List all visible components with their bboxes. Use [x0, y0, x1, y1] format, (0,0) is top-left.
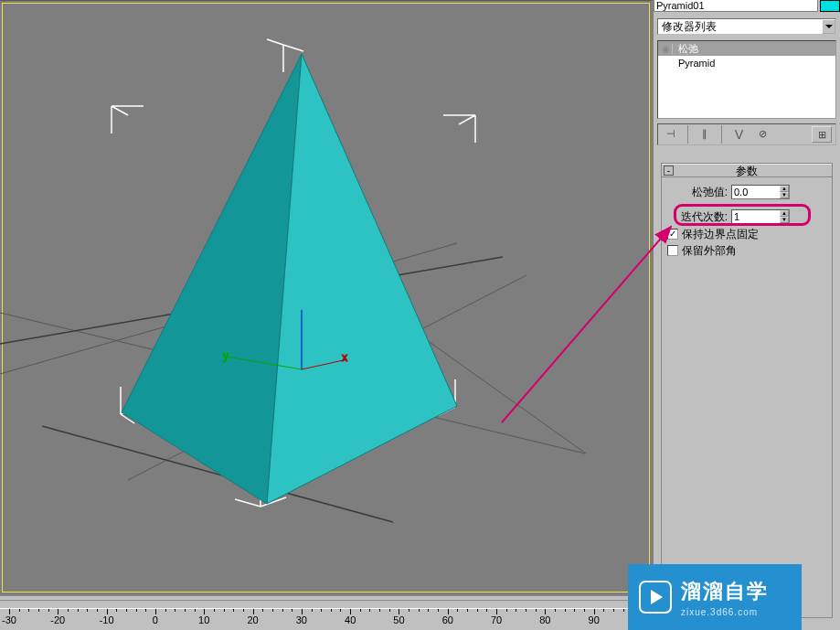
save-outer-row[interactable]: 保留外部角	[662, 242, 832, 259]
object-color-swatch[interactable]	[820, 0, 840, 12]
ruler-tick-label: 0	[153, 614, 158, 625]
iterations-spinner[interactable]: ▲ ▼	[731, 209, 790, 224]
bulb-icon: ◉	[660, 44, 673, 54]
parameters-rollout: - 参数 松弛值: ▲ ▼ 迭代次数: ▲ ▼	[661, 163, 833, 618]
svg-text:y: y	[223, 349, 229, 362]
make-unique-icon[interactable]: ⋁	[729, 126, 748, 143]
ruler-tick-label: 30	[296, 614, 307, 625]
ruler-tick-label: -20	[50, 614, 65, 625]
chevron-down-icon[interactable]	[822, 19, 835, 34]
ruler-tick-label: 90	[589, 614, 600, 625]
modifier-list-dropdown[interactable]: 修改器列表	[657, 18, 836, 35]
relax-value-label: 松弛值:	[667, 185, 731, 200]
stack-item-pyramid[interactable]: Pyramid	[658, 56, 835, 70]
ruler-tick-label: 60	[442, 614, 453, 625]
minus-icon[interactable]: -	[664, 166, 674, 176]
relax-value-input[interactable]	[732, 186, 780, 198]
ruler-tick-label: -30	[2, 614, 16, 625]
spinner-up-icon[interactable]: ▲	[780, 186, 789, 192]
play-icon	[639, 581, 672, 614]
ruler-tick-label: -10	[100, 614, 114, 625]
pin-stack-icon[interactable]: ⊣	[662, 126, 680, 143]
ruler-tick-label: 10	[198, 614, 209, 625]
modifier-stack[interactable]: ◉ 松弛 Pyramid	[657, 40, 836, 119]
spinner-down-icon[interactable]: ▼	[780, 217, 789, 223]
stack-toolbar: ⊣ ∥ ⋁ ⊘ ⊞	[657, 123, 836, 145]
checkbox-checked-icon[interactable]: ✓	[667, 229, 678, 240]
iterations-input[interactable]	[732, 210, 780, 223]
configure-sets-icon[interactable]: ⊞	[812, 126, 832, 143]
ruler-track[interactable]	[0, 600, 652, 609]
relax-value-spinner[interactable]: ▲ ▼	[731, 185, 790, 199]
stack-item-relax[interactable]: ◉ 松弛	[658, 41, 835, 56]
ruler-tick-label: 50	[393, 614, 404, 625]
command-panel: 修改器列表 ◉ 松弛 Pyramid ⊣ ∥ ⋁ ⊘ ⊞ - 参数	[652, 0, 840, 630]
spinner-up-icon[interactable]: ▲	[780, 210, 789, 217]
remove-modifier-icon[interactable]: ⊘	[753, 126, 771, 143]
ruler-tick-label: 80	[539, 614, 550, 625]
rollout-header[interactable]: - 参数	[662, 164, 832, 177]
svg-text:x: x	[342, 351, 347, 364]
spinner-down-icon[interactable]: ▼	[780, 192, 789, 198]
ruler-tick-label: 40	[345, 614, 356, 625]
pyramid-scene: x y	[0, 1, 652, 595]
ruler-tick-label: 20	[247, 614, 258, 625]
keep-boundary-row[interactable]: ✓ 保持边界点固定	[662, 226, 832, 242]
iterations-label: 迭代次数:	[667, 209, 731, 225]
object-name-input[interactable]	[654, 0, 818, 12]
viewport[interactable]: x y	[0, 0, 652, 594]
timeline-ruler[interactable]: -30-20-100102030405060708090100	[0, 595, 652, 630]
ruler-tick-label: 70	[491, 614, 502, 625]
watermark: 溜溜自学 zixue.3d66.com	[628, 564, 802, 630]
show-end-result-icon[interactable]: ∥	[696, 126, 714, 143]
checkbox-unchecked-icon[interactable]	[667, 245, 678, 256]
